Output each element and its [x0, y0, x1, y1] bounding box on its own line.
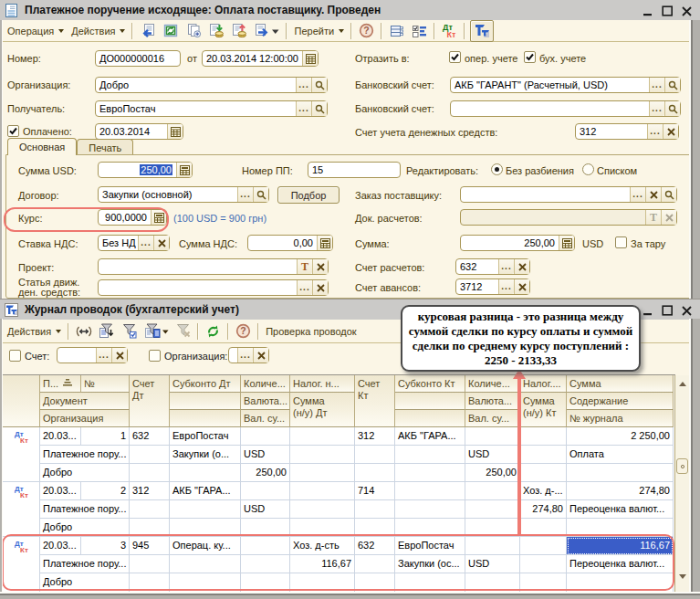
- refresh-icon[interactable]: [204, 322, 223, 341]
- journal-header-cell[interactable]: №: [81, 375, 130, 393]
- journal-cell[interactable]: [395, 446, 465, 464]
- payee-field[interactable]: ЕвроПостач...: [95, 100, 328, 117]
- choose-button[interactable]: ...: [498, 279, 514, 294]
- advance-account-field[interactable]: 3712...: [455, 278, 530, 295]
- choose-button[interactable]: ...: [498, 259, 514, 274]
- journal-header-cell[interactable]: Субконто Дт: [170, 375, 241, 393]
- journal-header-cell[interactable]: [395, 393, 465, 410]
- set-filter-sort-icon[interactable]: [98, 322, 116, 341]
- choose-button[interactable]: ...: [647, 124, 663, 139]
- sum-field[interactable]: 250,00: [460, 235, 575, 251]
- clear-icon[interactable]: [514, 259, 529, 274]
- pp-number-field[interactable]: 15: [308, 162, 401, 178]
- flow-item-field[interactable]: ...: [98, 279, 329, 296]
- vat-rate-field[interactable]: Без НД...: [98, 235, 170, 251]
- journal-cell[interactable]: [130, 500, 170, 519]
- journal-cell[interactable]: Закупки (о...: [170, 446, 241, 464]
- journal-cell[interactable]: Добро: [40, 464, 130, 482]
- entries-checklist-icon[interactable]: [411, 22, 429, 40]
- journal-cell[interactable]: 274,80: [567, 482, 674, 500]
- choose-button[interactable]: ...: [237, 187, 253, 202]
- clear-icon[interactable]: [253, 348, 268, 363]
- magnifier-icon[interactable]: [664, 78, 680, 92]
- journal-cell[interactable]: [395, 500, 465, 519]
- journal-cell[interactable]: [520, 446, 567, 464]
- calendar-icon[interactable]: [302, 51, 318, 66]
- journal-header-cell[interactable]: Субконто Кт: [395, 375, 465, 393]
- maximize-button[interactable]: [662, 304, 674, 316]
- text-edit-icon[interactable]: T: [297, 259, 312, 274]
- dtkt-icon[interactable]: ДтКт: [441, 22, 459, 40]
- journal-cell[interactable]: [130, 464, 170, 482]
- journal-cell[interactable]: Переоценка валют...: [567, 500, 674, 519]
- menu-goto[interactable]: Перейти: [290, 22, 348, 40]
- choose-button[interactable]: ...: [649, 101, 664, 116]
- journal-cell[interactable]: Платежное пору...: [40, 500, 130, 519]
- menu-operation[interactable]: Операция: [4, 22, 68, 40]
- journal-cell[interactable]: [465, 482, 520, 500]
- magnifier-icon[interactable]: [311, 101, 327, 116]
- choose-button[interactable]: ...: [649, 78, 664, 92]
- post-document-icon[interactable]: [207, 22, 225, 40]
- journal-cell[interactable]: ЕвроПостач: [170, 427, 241, 446]
- journal-cell[interactable]: 250,00: [241, 464, 290, 482]
- journal-row-type-cell[interactable]: ДтКт: [3, 482, 40, 537]
- journal-header-cell[interactable]: Валюта...: [465, 393, 520, 410]
- tare-checkbox[interactable]: [615, 236, 627, 248]
- choose-button[interactable]: ...: [296, 101, 311, 116]
- journal-cell[interactable]: [130, 446, 170, 464]
- account-filter-checkbox[interactable]: [9, 350, 21, 362]
- contract-field[interactable]: Закупки (основной)...: [98, 186, 269, 203]
- journal-header-cell[interactable]: Налог....: [520, 375, 567, 393]
- journal-cell[interactable]: [241, 482, 290, 500]
- clear-icon[interactable]: [645, 187, 661, 202]
- journal-cell[interactable]: [567, 464, 674, 482]
- choose-button[interactable]: ...: [96, 348, 111, 363]
- magnifier-icon[interactable]: [661, 187, 676, 202]
- entries-list-icon[interactable]: [388, 22, 406, 40]
- settle-account-field[interactable]: 632...: [455, 258, 530, 275]
- account-filter-field[interactable]: ...: [57, 347, 128, 363]
- choose-button[interactable]: ...: [297, 280, 312, 295]
- project-field[interactable]: T: [98, 258, 329, 275]
- titlebar-payment-order[interactable]: Платежное поручение исходящее: Оплата по…: [0, 0, 700, 21]
- journal-header-cell[interactable]: Налог. н...: [290, 375, 355, 393]
- date-field[interactable]: 20.03.2014 12:00:00: [202, 50, 319, 67]
- paid-checkbox[interactable]: [7, 125, 19, 137]
- radio-list[interactable]: [582, 163, 594, 175]
- journal-cell[interactable]: USD: [241, 446, 290, 464]
- scroll-down-button[interactable]: [675, 569, 689, 584]
- paid-date-field[interactable]: 20.03.2014: [95, 123, 183, 140]
- journal-cell[interactable]: 250,00: [465, 464, 520, 482]
- number-field[interactable]: ДО000000016: [95, 50, 181, 67]
- cash-account-field[interactable]: 312...: [575, 123, 679, 140]
- bank-account2-field[interactable]: ...: [450, 100, 681, 117]
- magnifier-icon[interactable]: [253, 187, 268, 202]
- journal-cell[interactable]: [465, 500, 520, 519]
- journal-cell[interactable]: [355, 464, 395, 482]
- radio-no-split[interactable]: [491, 163, 503, 175]
- choose-button[interactable]: ...: [237, 348, 253, 363]
- journal-cell[interactable]: [465, 427, 520, 446]
- journal-cell[interactable]: [290, 482, 355, 500]
- podbor-button[interactable]: Подбор: [277, 186, 340, 204]
- tab-main[interactable]: Основная: [7, 138, 77, 155]
- help-icon[interactable]: ?: [235, 322, 253, 341]
- scroll-up-button[interactable]: [675, 376, 689, 392]
- clear-icon[interactable]: [514, 279, 529, 294]
- journal-header-cell[interactable]: Сумма(н/у) Дт: [290, 393, 355, 427]
- magnifier-icon[interactable]: [311, 78, 327, 92]
- journal-header-cell[interactable]: Вал. су...: [241, 410, 290, 427]
- calculator-icon[interactable]: [176, 163, 192, 177]
- oper-account-checkbox[interactable]: [449, 51, 461, 63]
- journal-cell[interactable]: 20.03...: [40, 482, 81, 500]
- tab-print[interactable]: Печать: [77, 139, 133, 155]
- journal-header-cell[interactable]: [170, 410, 241, 427]
- journal-cell[interactable]: [290, 427, 355, 446]
- menu-actions-journal[interactable]: Действия: [4, 322, 65, 341]
- journal-header-cell[interactable]: Количе...: [465, 375, 520, 393]
- vat-sum-field[interactable]: 0,00: [247, 235, 333, 251]
- journal-cell[interactable]: АКБ "ГАРА...: [170, 482, 241, 500]
- journal-cell[interactable]: 2 250,00: [567, 427, 674, 446]
- journal-header-cell[interactable]: Документ: [40, 393, 130, 410]
